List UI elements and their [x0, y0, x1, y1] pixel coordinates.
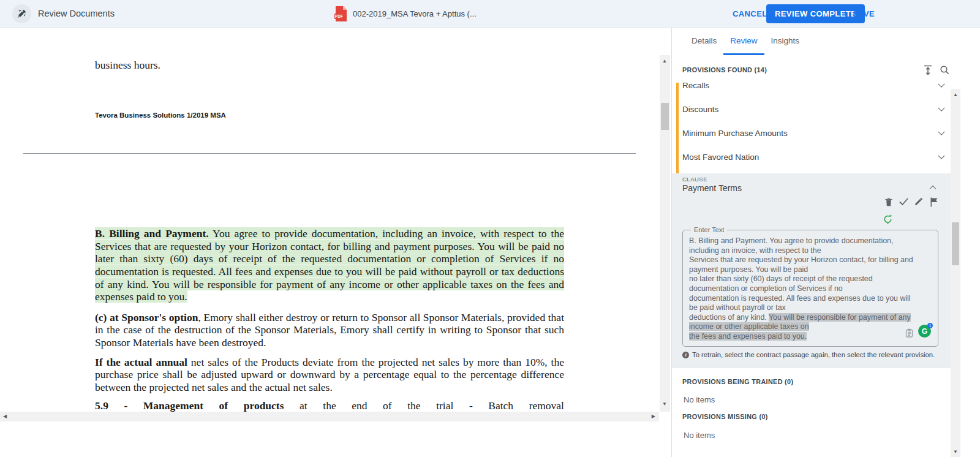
cancel-button[interactable]: CANCEL	[733, 9, 767, 18]
grammarly-icon[interactable]: G 1	[918, 325, 932, 338]
scrollbar-thumb[interactable]	[661, 103, 669, 130]
scroll-up-arrow[interactable]: ▲	[662, 59, 667, 64]
sponsor-paragraph: (c) at Sponsor's option, Emory shall eit…	[95, 311, 564, 349]
expand-all-icon[interactable]	[922, 64, 933, 76]
search-provisions-icon[interactable]	[940, 65, 950, 75]
provisions-being-trained-title: PROVISIONS BEING TRAINED (0)	[682, 378, 793, 385]
provision-item-discounts[interactable]: Discounts	[678, 97, 951, 121]
page-title: Review Documents	[38, 9, 115, 18]
clause-type-label: CLAUSE	[682, 176, 707, 183]
document-viewer[interactable]: (y) upon reasonable advance notice to Co…	[0, 55, 659, 412]
info-icon: i	[682, 352, 689, 358]
document-page-footer: Tevora Business Solutions 1/2019 MSA	[95, 109, 564, 122]
chevron-down-icon	[938, 83, 944, 87]
approve-check-icon[interactable]	[899, 197, 909, 206]
provisions-found-title: PROVISIONS FOUND (14)	[682, 66, 767, 74]
grammarly-badge: 1	[927, 323, 933, 328]
panel-tabs: Details Review Insights	[672, 28, 806, 55]
tab-details[interactable]: Details	[685, 28, 723, 55]
payment-terms-clause-card: CLAUSE Payment Terms	[672, 173, 951, 368]
document-toolbar: / 14	[0, 28, 659, 55]
save-button[interactable]: SAVE	[853, 9, 875, 18]
scroll-down-arrow[interactable]: ▼	[662, 402, 667, 407]
edit-pencil-icon[interactable]	[914, 197, 924, 206]
chevron-down-icon	[938, 104, 944, 111]
billing-paragraph: B. Billing and Payment. You agree to pro…	[95, 227, 564, 303]
scroll-right-arrow[interactable]: ▶	[652, 414, 655, 419]
document-text-line: business hours.	[95, 59, 564, 72]
review-complete-button[interactable]: REVIEW COMPLETE	[766, 4, 865, 23]
clipped-text-line: (y) upon reasonable advance notice to Co…	[95, 55, 564, 58]
field-label: Enter Text	[691, 226, 727, 233]
panel-scrollbar[interactable]: ▲ ▼	[951, 89, 960, 457]
provision-item-minimum-purchase-amounts[interactable]: Minimum Purchase Amounts	[678, 121, 951, 145]
top-bar: Review Documents PDF 002-2019_MSA Tevora…	[0, 0, 980, 28]
document-horizontal-scrollbar[interactable]: ◀ ▶	[0, 412, 659, 421]
clause-text-field[interactable]: Enter Text B. Billing and Payment. You a…	[682, 230, 938, 347]
review-panel: Details Review Insights PROVISIONS FOUND…	[671, 28, 980, 457]
netsales-paragraph: If the actual annual net sales of the Pr…	[95, 356, 564, 394]
chevron-down-icon	[938, 128, 944, 135]
scroll-down-arrow[interactable]: ▼	[953, 450, 958, 455]
provisions-missing-title: PROVISIONS MISSING (0)	[682, 413, 768, 420]
pdf-file-icon: PDF	[334, 6, 347, 22]
clipboard-icon[interactable]	[905, 328, 913, 338]
rocket-icon	[12, 4, 31, 23]
scroll-left-arrow[interactable]: ◀	[3, 414, 7, 419]
being-trained-empty-state: No items	[684, 395, 715, 404]
chevron-down-icon	[938, 152, 944, 159]
provision-item-most-favored-nation[interactable]: Most Favored Nation	[678, 145, 951, 169]
delete-icon[interactable]	[884, 197, 894, 207]
clause-name: Payment Terms	[682, 183, 742, 193]
flag-icon[interactable]	[929, 197, 938, 207]
chevron-up-icon[interactable]	[929, 186, 936, 192]
document-vertical-scrollbar[interactable]: ▲ ▼	[660, 55, 670, 412]
tab-review[interactable]: Review	[723, 28, 764, 55]
document-file-chip: PDF 002-2019_MSA Tevora + Apttus (...	[334, 6, 477, 22]
section-59-heading: 5.9 - Management of products at the end …	[95, 399, 564, 412]
svg-text:PDF: PDF	[335, 14, 343, 18]
retrain-hint: i To retrain, select the contract passag…	[682, 351, 940, 358]
missing-empty-state: No items	[684, 431, 715, 440]
file-name: 002-2019_MSA Tevora + Apttus (...	[353, 9, 477, 18]
provision-item-recalls[interactable]: Recalls	[678, 83, 951, 97]
tab-insights[interactable]: Insights	[764, 28, 807, 55]
clause-text: B. Billing and Payment. You agree to pro…	[689, 236, 933, 342]
scrollbar-thumb[interactable]	[952, 222, 959, 265]
scroll-up-arrow[interactable]: ▲	[953, 93, 958, 97]
retrain-icon[interactable]	[883, 214, 893, 224]
provisions-list: Recalls Discounts Minimum Purchase Amoun…	[678, 83, 951, 173]
